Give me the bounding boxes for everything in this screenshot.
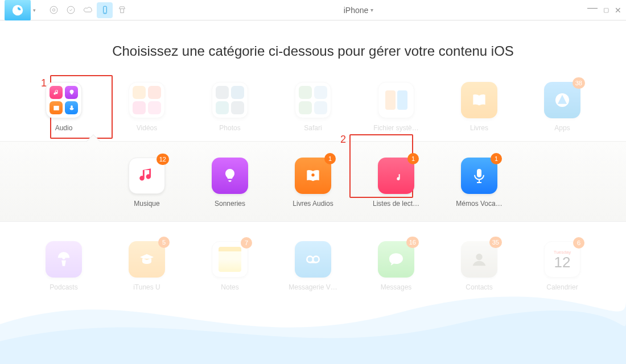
svg-point-1 (50, 6, 57, 14)
category-podcasts[interactable]: Podcasts (39, 241, 89, 291)
messages-tile: 16 (378, 241, 414, 278)
category-label: Contacts (466, 283, 492, 291)
videos-tile (129, 82, 165, 118)
category-label: Photos (219, 124, 240, 132)
subcategory-audiobooks[interactable]: 1 Livres Audios (288, 158, 338, 208)
ringtones-tile (212, 158, 248, 194)
category-label: Livres (470, 124, 488, 132)
svg-point-2 (52, 9, 55, 11)
badge: 1 (491, 153, 502, 164)
music-tile: 12 (129, 158, 165, 194)
category-label: Safari (304, 124, 322, 132)
category-label: Audio (55, 124, 73, 132)
subcategory-music[interactable]: 12 Musique (122, 158, 172, 208)
subcategory-panel: 2 12 Musique Sonneries 1 Livres Audios 1 (0, 141, 626, 222)
calendar-date: 12 (554, 255, 571, 270)
category-system-files[interactable]: Fichier systè… (371, 82, 421, 132)
category-label: Notes (221, 283, 238, 291)
minimize-button[interactable]: — (587, 2, 598, 14)
category-books[interactable]: Livres (454, 82, 504, 132)
subcategory-label: Livres Audios (293, 200, 333, 208)
category-apps[interactable]: 38 Apps (537, 82, 587, 132)
badge: 1 (324, 153, 336, 164)
chevron-down-icon: ▾ (370, 7, 373, 13)
podcasts-tile (46, 241, 82, 278)
contacts-tile: 35 (461, 241, 497, 278)
itunesu-tile: 5 (129, 241, 165, 278)
apps-tile: 38 (544, 82, 580, 118)
subcategory-label: Musique (134, 200, 159, 208)
subcategory-label: Mémos Voca… (456, 200, 502, 208)
audiobooks-tile: 1 (295, 158, 331, 194)
category-audio[interactable]: Audio (39, 82, 89, 132)
store-tab-icon[interactable] (114, 2, 130, 18)
audio-tile (46, 82, 82, 118)
device-name: iPhone (344, 6, 369, 15)
svg-point-11 (307, 257, 313, 263)
badge: 7 (241, 237, 252, 249)
category-label: Messagerie V… (289, 283, 337, 291)
badge: 16 (406, 237, 419, 248)
svg-point-8 (311, 173, 314, 176)
svg-point-12 (313, 257, 319, 263)
subcategory-label: Listes de lect… (373, 200, 419, 208)
subcategory-label: Sonneries (215, 200, 245, 208)
category-label: Podcasts (50, 283, 77, 291)
category-photos[interactable]: Photos (205, 82, 255, 132)
notes-tile: 7 (212, 241, 248, 278)
page-title: Choisissez une catégorie ci-dessous pour… (0, 43, 626, 59)
badge: 1 (407, 153, 419, 164)
badge: 6 (573, 237, 584, 249)
badge: 12 (156, 154, 169, 165)
maximize-button[interactable]: ▢ (603, 6, 609, 14)
svg-point-14 (476, 254, 482, 260)
calendar-tile: 6 Tuesday 12 (544, 241, 580, 278)
category-contacts[interactable]: 35 Contacts (454, 241, 504, 291)
voice-memos-tile: 1 (461, 158, 497, 194)
badge: 5 (158, 237, 170, 248)
titlebar: ▾ iPhone ▾ — ▢ ✕ (0, 0, 626, 20)
svg-rect-9 (477, 169, 481, 177)
playlists-tile: 1 (378, 158, 414, 194)
badge: 35 (489, 237, 502, 248)
cloud-tab-icon[interactable] (80, 2, 96, 18)
photos-tile (212, 82, 248, 118)
subcategory-playlists[interactable]: 1 Listes de lect… (371, 158, 421, 208)
logo-menu-arrow[interactable]: ▾ (33, 7, 40, 13)
safari-tile (295, 82, 331, 118)
subcategory-ringtones[interactable]: Sonneries (205, 158, 255, 208)
category-messages[interactable]: 16 Messages (371, 241, 421, 291)
category-label: iTunes U (133, 283, 160, 291)
category-row-1: 1 Audio Vidéos Ph (0, 82, 626, 132)
svg-point-0 (13, 5, 23, 15)
device-tab-icon[interactable] (97, 2, 113, 18)
category-notes[interactable]: 7 Notes (205, 241, 255, 291)
subcategory-voice-memos[interactable]: 1 Mémos Voca… (454, 158, 504, 208)
system-tile (378, 82, 414, 118)
device-selector[interactable]: iPhone ▾ (130, 6, 587, 15)
svg-point-3 (67, 6, 75, 14)
category-row-2: 2 12 Musique Sonneries 1 Livres Audios 1 (0, 158, 626, 208)
category-row-3: Podcasts 5 iTunes U 7 Notes Messagerie V… (0, 241, 626, 291)
toolbar-icons (46, 2, 130, 18)
app-logo (5, 0, 31, 20)
category-videos[interactable]: Vidéos (122, 82, 172, 132)
window-controls: — ▢ ✕ (587, 4, 621, 16)
category-row-3-wrap: Podcasts 5 iTunes U 7 Notes Messagerie V… (0, 241, 626, 291)
sync-tab-icon[interactable] (63, 2, 79, 18)
category-voicemail[interactable]: Messagerie V… (288, 241, 338, 291)
badge: 38 (573, 77, 585, 89)
annotation-2: 2 (340, 134, 346, 146)
itunes-tab-icon[interactable] (46, 2, 61, 18)
category-label: Apps (554, 124, 570, 132)
voicemail-tile (295, 241, 331, 278)
close-button[interactable]: ✕ (615, 6, 621, 15)
category-label: Calendrier (546, 283, 578, 291)
category-label: Vidéos (137, 124, 157, 132)
category-itunes-u[interactable]: 5 iTunes U (122, 241, 172, 291)
books-tile (461, 82, 497, 118)
category-label: Messages (381, 283, 412, 291)
category-safari[interactable]: Safari (288, 82, 338, 132)
category-calendar[interactable]: 6 Tuesday 12 Calendrier (537, 241, 587, 291)
category-label: Fichier systè… (373, 124, 418, 132)
